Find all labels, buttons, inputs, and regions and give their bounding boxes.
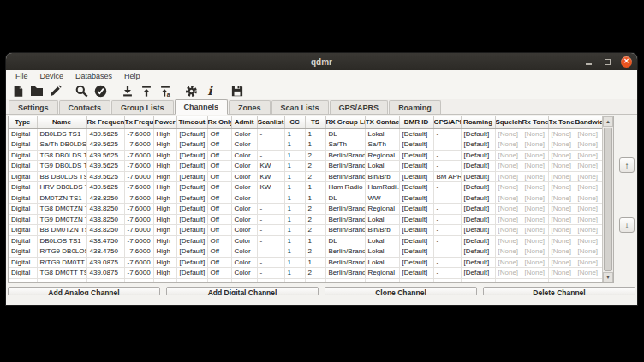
table-cell[interactable]: [Default] xyxy=(461,257,495,268)
table-cell[interactable]: [Default] xyxy=(176,128,207,139)
table-cell[interactable]: Off xyxy=(207,214,231,225)
table-cell[interactable]: Color xyxy=(231,150,257,161)
table-cell[interactable]: High xyxy=(153,182,176,193)
table-cell[interactable]: Berlin/Brand xyxy=(325,246,365,258)
table-cell[interactable]: [None] xyxy=(522,235,548,246)
table-cell[interactable]: [Default] xyxy=(461,128,495,139)
table-cell[interactable]: R/TG9 DB0LOS TS2 xyxy=(37,246,86,258)
table-cell[interactable]: [None] xyxy=(548,235,575,246)
table-cell[interactable]: [None] xyxy=(575,139,602,151)
table-cell[interactable]: 1 xyxy=(284,257,305,268)
scrollbar-thumb[interactable] xyxy=(604,128,612,271)
table-cell[interactable]: 1 xyxy=(284,161,305,172)
table-cell[interactable]: [None] xyxy=(495,225,522,236)
table-cell[interactable]: TG8 DM0TZN TS2 xyxy=(37,204,86,215)
table-cell[interactable]: Digital xyxy=(9,214,37,225)
table-cell[interactable]: -7.6000 xyxy=(124,128,153,139)
table-cell[interactable]: - xyxy=(433,204,461,215)
edit-pencil-button[interactable] xyxy=(48,84,63,98)
table-cell[interactable]: [Default] xyxy=(461,139,495,151)
table-cell[interactable]: 1 xyxy=(284,235,305,246)
column-header-rx-frequency[interactable]: Rx Frequency xyxy=(86,116,124,128)
table-cell[interactable]: [None] xyxy=(575,225,602,236)
table-cell[interactable]: 439.5625 xyxy=(86,182,124,193)
tab-contacts[interactable]: Contacts xyxy=(59,100,111,114)
table-cell[interactable]: [Default] xyxy=(461,235,495,246)
column-header-tx-contact[interactable]: TX Contact xyxy=(365,116,399,128)
table-cell[interactable]: Ham Radio ... xyxy=(325,182,365,193)
table-cell[interactable]: [Default] xyxy=(176,161,207,172)
table-cell[interactable]: Berlin/Brand xyxy=(325,150,365,161)
table-cell[interactable]: 1 xyxy=(284,214,305,225)
table-cell[interactable]: 1 xyxy=(284,171,305,182)
table-cell[interactable]: 1 xyxy=(305,128,325,139)
table-cell[interactable]: Berlin/Brand xyxy=(325,171,365,182)
table-cell[interactable]: Off xyxy=(207,193,231,204)
table-cell[interactable]: -7.6000 xyxy=(124,204,153,215)
table-cell[interactable]: [Default] xyxy=(399,161,433,172)
save-file-button[interactable] xyxy=(230,84,244,98)
table-cell[interactable]: [Default] xyxy=(176,268,207,279)
table-cell[interactable]: Color xyxy=(231,214,257,225)
table-cell[interactable]: [None] xyxy=(548,161,575,172)
table-cell[interactable]: -7.6000 xyxy=(124,150,153,161)
table-cell[interactable]: [Default] xyxy=(461,225,495,236)
table-cell[interactable]: - xyxy=(433,225,461,236)
table-cell[interactable]: Digital xyxy=(9,182,37,193)
table-cell[interactable]: 439.5625 xyxy=(86,171,124,182)
table-cell[interactable]: [None] xyxy=(548,182,575,193)
table-cell[interactable]: [None] xyxy=(548,193,575,204)
table-cell[interactable]: [None] xyxy=(522,246,548,258)
table-cell[interactable]: [Default] xyxy=(399,268,433,279)
table-cell[interactable]: 438.8250 xyxy=(86,204,124,215)
channel-row[interactable]: DigitalDB0LOS TS1438.4750-7.6000High[Def… xyxy=(9,235,602,246)
settings-gear-button[interactable] xyxy=(184,84,199,98)
menu-file[interactable]: File xyxy=(9,70,34,82)
table-cell[interactable]: [Default] xyxy=(176,139,207,151)
table-cell[interactable]: -7.6000 xyxy=(124,161,153,172)
table-cell[interactable]: [None] xyxy=(575,235,602,246)
table-cell[interactable]: [None] xyxy=(495,214,522,225)
tab-roaming[interactable]: Roaming xyxy=(389,100,441,114)
table-cell[interactable]: [Default] xyxy=(461,193,495,204)
table-cell[interactable]: High xyxy=(153,214,176,225)
table-cell[interactable]: Lokal xyxy=(365,246,399,258)
table-cell[interactable]: Off xyxy=(207,182,231,193)
table-cell[interactable]: [Default] xyxy=(176,150,207,161)
table-cell[interactable]: 439.0875 xyxy=(86,268,124,279)
table-cell[interactable]: [None] xyxy=(575,268,602,279)
table-cell[interactable]: [None] xyxy=(495,171,522,182)
table-cell[interactable]: Lokal xyxy=(365,128,399,139)
table-cell[interactable]: 1 xyxy=(305,193,325,204)
table-cell[interactable]: Off xyxy=(207,225,231,236)
table-cell[interactable]: Color xyxy=(231,128,257,139)
table-cell[interactable]: -7.6000 xyxy=(124,193,153,204)
table-cell[interactable]: Digital xyxy=(9,150,37,161)
table-cell[interactable]: Color xyxy=(231,171,257,182)
table-cell[interactable]: [Default] xyxy=(399,257,433,268)
table-cell[interactable]: [None] xyxy=(575,214,602,225)
table-cell[interactable]: Color xyxy=(231,268,257,279)
table-cell[interactable]: KW xyxy=(257,171,284,182)
table-cell[interactable]: Digital xyxy=(9,204,37,215)
table-cell[interactable]: HamRadi... xyxy=(365,182,399,193)
table-cell[interactable]: Color xyxy=(231,161,257,172)
column-header-gps-aprs[interactable]: GPS/APRS xyxy=(433,116,461,128)
table-cell[interactable]: [None] xyxy=(548,214,575,225)
channel-row[interactable]: DigitalTG8 DB0LDS TS2439.5625-7.6000High… xyxy=(9,150,602,161)
menu-device[interactable]: Device xyxy=(34,70,70,82)
table-cell[interactable]: -7.6000 xyxy=(124,268,153,279)
table-cell[interactable]: - xyxy=(433,214,461,225)
table-cell[interactable]: [Default] xyxy=(399,214,433,225)
table-cell[interactable]: Lokal xyxy=(365,235,399,246)
table-cell[interactable]: [None] xyxy=(548,225,575,236)
table-cell[interactable]: [Default] xyxy=(399,139,433,151)
channel-row[interactable]: DigitalR/TG9 DB0LOS TS2438.4750-7.6000Hi… xyxy=(9,246,602,258)
tab-gps-aprs[interactable]: GPS/APRS xyxy=(330,100,389,114)
table-cell[interactable]: [Default] xyxy=(461,161,495,172)
table-cell[interactable]: Bln/Brb xyxy=(365,171,399,182)
table-cell[interactable]: DL xyxy=(325,128,365,139)
table-cell[interactable]: High xyxy=(153,235,176,246)
maximize-button[interactable] xyxy=(602,56,613,68)
table-cell[interactable]: [Default] xyxy=(176,225,207,236)
